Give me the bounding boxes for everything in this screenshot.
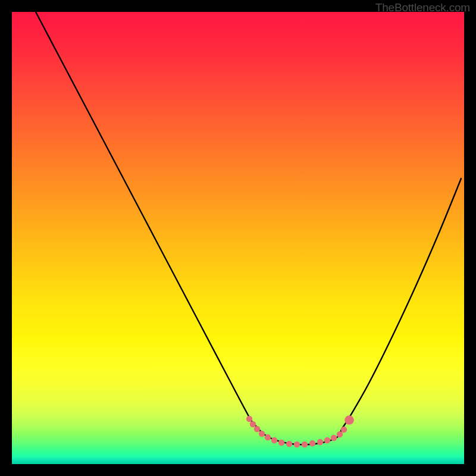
curve-marker bbox=[309, 440, 315, 446]
curve-marker bbox=[278, 440, 284, 446]
credit-text: TheBottleneck.com bbox=[375, 1, 470, 14]
curve-marker bbox=[324, 437, 330, 443]
curve-marker bbox=[294, 441, 300, 447]
curve-marker bbox=[286, 441, 292, 447]
curve-marker bbox=[341, 427, 347, 433]
curve-marker bbox=[246, 416, 252, 422]
curve-marker bbox=[317, 439, 323, 445]
curve-marker bbox=[271, 437, 277, 443]
curve-marker bbox=[259, 431, 265, 437]
curve-marker bbox=[302, 441, 308, 447]
curve-marker bbox=[331, 435, 337, 441]
curve-marker bbox=[337, 431, 343, 437]
curve-marker bbox=[345, 415, 354, 425]
plot-area bbox=[12, 12, 464, 464]
bottleneck-curve bbox=[36, 12, 461, 444]
curve-marker bbox=[265, 434, 271, 440]
curve-markers bbox=[246, 415, 354, 447]
curve-layer bbox=[12, 12, 464, 464]
curve-marker bbox=[250, 421, 256, 427]
curve-marker bbox=[254, 426, 260, 432]
